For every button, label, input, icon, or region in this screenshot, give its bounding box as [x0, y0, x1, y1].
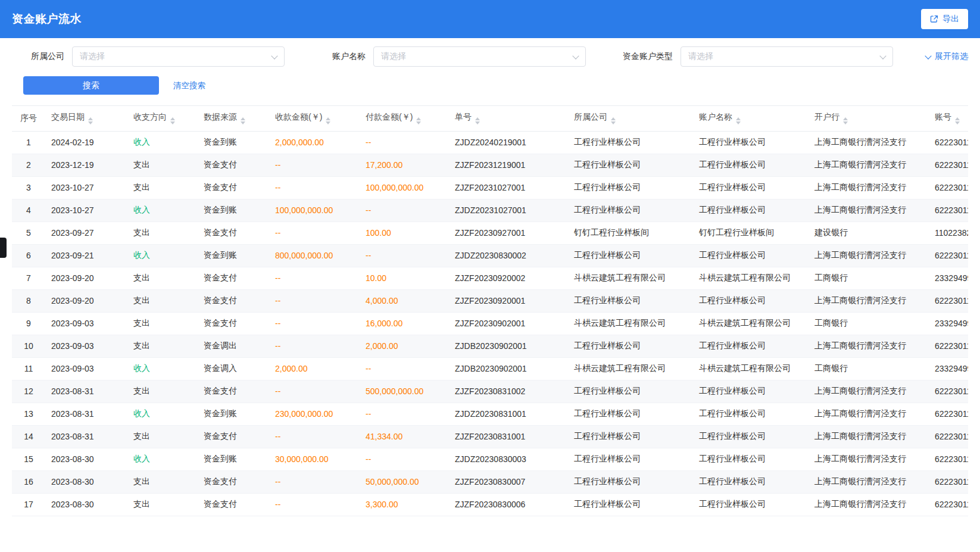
- cell-income: --: [269, 289, 360, 312]
- cell-direction: 支出: [127, 470, 198, 493]
- sort-icon[interactable]: [416, 117, 421, 124]
- cell-direction: 支出: [127, 380, 198, 403]
- column-header[interactable]: 交易日期: [45, 106, 127, 131]
- table-row[interactable]: 52023-09-27支出资金支付--100.00ZJZF20230927001…: [12, 222, 968, 244]
- cell-income: 230,000,000.00: [269, 403, 360, 425]
- cell-card: 233294994: [929, 357, 968, 380]
- sort-icon[interactable]: [736, 117, 741, 124]
- column-header[interactable]: 账号: [929, 106, 968, 131]
- cell-card: 622230111: [929, 199, 968, 222]
- column-header-label: 收支方向: [133, 112, 167, 121]
- cell-bank: 工商银行: [809, 312, 929, 335]
- column-header[interactable]: 收支方向: [127, 106, 198, 131]
- cell-company: 工程行业样板公司: [568, 470, 693, 493]
- column-header[interactable]: 收款金额(￥): [269, 106, 360, 131]
- cell-direction: 支出: [127, 312, 198, 335]
- cell-bank: 工商银行: [809, 267, 929, 289]
- cell-source: 资金支付: [198, 470, 269, 493]
- cell-income: 2,000,000.00: [269, 131, 360, 154]
- sort-icon[interactable]: [611, 117, 616, 124]
- cell-payment: 50,000,000.00: [360, 470, 449, 493]
- export-button[interactable]: 导出: [921, 9, 968, 29]
- table-row[interactable]: 12024-02-19收入资金到账2,000,000.00--ZJDZ20240…: [12, 131, 968, 154]
- cell-payment: 2,000.00: [360, 335, 449, 357]
- cell-payment: 4,000.00: [360, 289, 449, 312]
- column-header[interactable]: 账户名称: [693, 106, 809, 131]
- sort-icon[interactable]: [170, 117, 175, 124]
- cell-no: 4: [12, 199, 45, 222]
- left-drawer-handle[interactable]: [0, 238, 7, 258]
- sort-icon[interactable]: [88, 117, 93, 124]
- cell-source: 资金调入: [198, 357, 269, 380]
- sort-icon[interactable]: [955, 117, 960, 124]
- cell-source: 资金支付: [198, 154, 269, 176]
- transactions-table: 序号交易日期收支方向数据来源收款金额(￥)付款金额(￥)单号所属公司账户名称开户…: [12, 106, 968, 516]
- table-row[interactable]: 112023-09-03收入资金调入2,000.00--ZJDB20230902…: [12, 357, 968, 380]
- chevron-down-icon: [271, 52, 277, 59]
- cell-company: 斗栱云建筑工程有限公司: [568, 312, 693, 335]
- sort-icon[interactable]: [326, 117, 330, 124]
- table-row[interactable]: 122023-08-31支出资金支付--500,000,000.00ZJZF20…: [12, 380, 968, 403]
- account-name-select[interactable]: 请选择: [373, 46, 586, 67]
- table-row[interactable]: 72023-09-20支出资金支付--10.00ZJZF20230920002斗…: [12, 267, 968, 289]
- cell-source: 资金到账: [198, 131, 269, 154]
- column-header[interactable]: 单号: [449, 106, 568, 131]
- cell-source: 资金支付: [198, 267, 269, 289]
- clear-search-link[interactable]: 清空搜索: [173, 80, 205, 91]
- cell-no: 10: [12, 335, 45, 357]
- table-row[interactable]: 82023-09-20支出资金支付--4,000.00ZJZF202309200…: [12, 289, 968, 312]
- table-row[interactable]: 22023-12-19支出资金支付--17,200.00ZJZF20231219…: [12, 154, 968, 176]
- cell-date: 2023-10-27: [45, 199, 127, 222]
- table-row[interactable]: 102023-09-03支出资金调出--2,000.00ZJDB20230902…: [12, 335, 968, 357]
- cell-bank: 上海工商银行漕河泾支行: [809, 289, 929, 312]
- table-row[interactable]: 152023-08-30收入资金到账30,000,000.00--ZJDZ202…: [12, 448, 968, 470]
- column-header[interactable]: 付款金额(￥): [360, 106, 449, 131]
- column-header[interactable]: 数据来源: [198, 106, 269, 131]
- cell-direction: 收入: [127, 131, 198, 154]
- cell-bank: 工商银行: [809, 357, 929, 380]
- expand-filters-label: 展开筛选: [935, 51, 968, 62]
- cell-income: --: [269, 222, 360, 244]
- table-row[interactable]: 32023-10-27支出资金支付--100,000,000.00ZJZF202…: [12, 176, 968, 199]
- cell-card: 622230111: [929, 154, 968, 176]
- cell-bank: 上海工商银行漕河泾支行: [809, 131, 929, 154]
- column-header[interactable]: 开户行: [809, 106, 929, 131]
- cell-bank: 上海工商银行漕河泾支行: [809, 493, 929, 516]
- sort-icon[interactable]: [843, 117, 848, 124]
- column-header[interactable]: 所属公司: [568, 106, 693, 131]
- cell-order: ZJZF20230831001: [449, 425, 568, 448]
- sort-icon[interactable]: [241, 117, 245, 124]
- table-row[interactable]: 132023-08-31收入资金到账230,000,000.00--ZJDZ20…: [12, 403, 968, 425]
- cell-no: 8: [12, 289, 45, 312]
- table-row[interactable]: 42023-10-27收入资金到账100,000,000.00--ZJDZ202…: [12, 199, 968, 222]
- cell-account: 工程行业样板公司: [693, 425, 809, 448]
- cell-income: 30,000,000.00: [269, 448, 360, 470]
- cell-bank: 上海工商银行漕河泾支行: [809, 199, 929, 222]
- cell-date: 2023-08-31: [45, 425, 127, 448]
- cell-order: ZJZF20230831002: [449, 380, 568, 403]
- account-type-select[interactable]: 请选择: [681, 46, 893, 67]
- cell-date: 2023-08-31: [45, 380, 127, 403]
- cell-order: ZJDZ20230830002: [449, 244, 568, 267]
- cell-company: 工程行业样板公司: [568, 425, 693, 448]
- table-row[interactable]: 62023-09-21收入资金到账800,000,000.00--ZJDZ202…: [12, 244, 968, 267]
- table-row[interactable]: 92023-09-03支出资金支付--16,000.00ZJZF20230902…: [12, 312, 968, 335]
- table-row[interactable]: 142023-08-31支出资金支付--41,334.00ZJZF2023083…: [12, 425, 968, 448]
- cell-card: 622230111: [929, 244, 968, 267]
- export-icon: [930, 15, 938, 23]
- cell-order: ZJDZ20240219001: [449, 131, 568, 154]
- cell-account: 工程行业样板公司: [693, 244, 809, 267]
- expand-filters-link[interactable]: 展开筛选: [926, 51, 968, 62]
- search-button[interactable]: 搜索: [23, 76, 159, 95]
- column-header: 序号: [12, 106, 45, 131]
- cell-card: 622230111: [929, 425, 968, 448]
- company-select[interactable]: 请选择: [72, 46, 285, 67]
- cell-payment: --: [360, 199, 449, 222]
- table-row[interactable]: 162023-08-30支出资金支付--50,000,000.00ZJZF202…: [12, 470, 968, 493]
- account-name-filter-label: 账户名称: [313, 51, 366, 62]
- cell-income: --: [269, 154, 360, 176]
- table-row[interactable]: 172023-08-30支出资金支付--3,300.00ZJZF20230830…: [12, 493, 968, 516]
- cell-bank: 建设银行: [809, 222, 929, 244]
- cell-no: 7: [12, 267, 45, 289]
- sort-icon[interactable]: [475, 117, 480, 124]
